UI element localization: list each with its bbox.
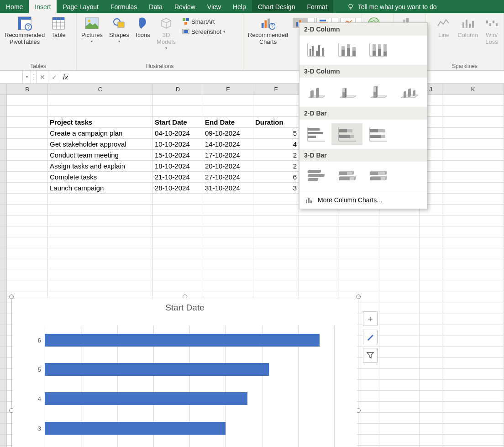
svg-rect-50 [316, 51, 318, 56]
svg-point-13 [88, 20, 90, 22]
svg-rect-59 [352, 51, 356, 56]
table-row[interactable]: Assign tasks and explain [48, 161, 153, 171]
fx-icon[interactable]: fx [60, 74, 71, 81]
svg-rect-16 [183, 18, 185, 21]
tab-home[interactable]: Home [0, 0, 29, 13]
svg-rect-43 [489, 23, 491, 26]
100-stacked-column-3d[interactable] [362, 81, 394, 103]
chart-styles-button[interactable] [363, 330, 378, 344]
col-header-d[interactable]: D [153, 84, 203, 95]
chart-title[interactable]: Start Date [13, 298, 357, 316]
cell-header-start[interactable]: Start Date [153, 117, 203, 127]
svg-rect-48 [310, 49, 311, 56]
stacked-bar-2d[interactable] [331, 123, 362, 145]
sparkline-winloss-button[interactable]: Win/ Loss [483, 15, 501, 46]
svg-rect-45 [496, 23, 498, 26]
svg-rect-83 [370, 129, 378, 132]
tab-help[interactable]: Help [227, 0, 252, 13]
3d-column[interactable] [394, 81, 425, 103]
formula-bar: ▾ ⋮ ✕ ✓ fx [0, 71, 504, 84]
table-row[interactable]: Create a campaign plan [48, 128, 153, 138]
sparkline-line-button[interactable]: Line [435, 15, 453, 39]
tab-review[interactable]: Review [168, 0, 201, 13]
svg-rect-56 [341, 46, 345, 50]
chart-plot-area[interactable]: 20-09-202425-09-202430-09-202405-10-2024… [45, 326, 334, 447]
col-header-k[interactable]: K [442, 84, 504, 95]
col-header-c[interactable]: C [48, 84, 153, 95]
chart-bar[interactable] [45, 363, 269, 376]
clustered-bar-2d[interactable] [300, 123, 331, 145]
table-row[interactable]: Get stakeholder approval [48, 139, 153, 149]
screenshot-icon [182, 28, 189, 35]
svg-rect-55 [341, 50, 345, 56]
pictures-icon [85, 17, 99, 29]
formula-input[interactable] [71, 71, 504, 83]
svg-rect-7 [52, 17, 64, 20]
tab-chart-design[interactable]: Chart Design [252, 0, 301, 13]
clustered-bar-3d[interactable] [300, 165, 331, 187]
group-label-illustrations: Illustrations [77, 63, 243, 69]
svg-rect-22 [265, 20, 267, 28]
table-row[interactable]: Conduct team meeting [48, 150, 153, 160]
sparkline-winloss-icon [485, 18, 499, 29]
name-box[interactable] [0, 71, 23, 83]
col-header-f[interactable]: F [253, 84, 299, 95]
svg-rect-57 [347, 48, 350, 56]
brush-icon [366, 333, 374, 341]
svg-rect-20 [184, 30, 188, 33]
tab-format[interactable]: Format [301, 0, 333, 13]
recommended-charts-button[interactable]: ? Recommended Charts [246, 15, 290, 46]
100-stacked-column-2d[interactable] [362, 39, 394, 61]
table-button[interactable]: Table [49, 15, 68, 39]
more-column-charts[interactable]: More Column Charts... [299, 191, 427, 209]
chart-elements-button[interactable]: ＋ [363, 311, 378, 326]
3d-models-button[interactable]: 3D Models▾ [155, 15, 178, 51]
svg-rect-77 [347, 129, 352, 132]
pivottable-icon: ? [17, 16, 32, 31]
svg-rect-26 [296, 22, 298, 26]
stacked-bar-3d[interactable] [331, 165, 362, 187]
plus-icon: ＋ [366, 313, 374, 324]
stacked-column-2d[interactable] [331, 39, 362, 61]
tell-me-label: Tell me what you want to do [358, 3, 437, 11]
cancel-formula-icon[interactable]: ✕ [37, 71, 48, 83]
chart-bar[interactable] [45, 334, 320, 347]
shapes-button[interactable]: Shapes▾ [107, 15, 131, 44]
100-stacked-bar-3d[interactable] [362, 165, 394, 187]
svg-rect-87 [308, 198, 310, 203]
tab-page-layout[interactable]: Page Layout [57, 0, 105, 13]
column-chart-popup: 2-D Column 3-D Column 2-D Bar 3-D Bar Mo… [299, 22, 428, 209]
clustered-column-2d[interactable] [300, 39, 331, 61]
tell-me-search[interactable]: Tell me what you want to do [342, 0, 441, 13]
tab-view[interactable]: View [201, 0, 227, 13]
chart-bar[interactable] [45, 422, 226, 435]
enter-formula-icon[interactable]: ✓ [48, 71, 60, 83]
tab-data[interactable]: Data [143, 0, 168, 13]
cell-header-task[interactable]: Project tasks [48, 117, 153, 127]
screenshot-button[interactable]: Screenshot ▾ [180, 27, 227, 36]
cube-icon [160, 17, 173, 30]
col-header-b[interactable]: B [7, 84, 48, 95]
icons-button[interactable]: Icons [134, 15, 152, 39]
table-row[interactable]: Launch campaign [48, 183, 153, 193]
chart-bar[interactable] [45, 392, 247, 405]
smartart-button[interactable]: SmartArt [180, 17, 227, 26]
svg-rect-71 [308, 128, 320, 131]
tab-insert[interactable]: Insert [29, 0, 57, 13]
chart-filters-button[interactable] [363, 348, 378, 363]
svg-rect-68 [383, 52, 387, 56]
recommended-pivottables-button[interactable]: ? Recommended PivotTables [3, 15, 47, 46]
sparkline-column-button[interactable]: Column [456, 15, 480, 39]
svg-rect-18 [184, 22, 187, 25]
chart-object[interactable]: Start Date 20-09-202425-09-202430-09-202… [11, 297, 358, 447]
cell-header-dur[interactable]: Duration [253, 117, 299, 127]
pictures-button[interactable]: Pictures▾ [79, 15, 105, 44]
clustered-column-3d[interactable] [300, 81, 331, 103]
popup-label-2d-column: 2-D Column [299, 23, 427, 36]
table-row[interactable]: Complete tasks [48, 172, 153, 182]
cell-header-end[interactable]: End Date [203, 117, 253, 127]
tab-formulas[interactable]: Formulas [105, 0, 143, 13]
stacked-column-3d[interactable] [331, 81, 362, 103]
100-stacked-bar-2d[interactable] [362, 123, 394, 145]
col-header-e[interactable]: E [203, 84, 253, 95]
